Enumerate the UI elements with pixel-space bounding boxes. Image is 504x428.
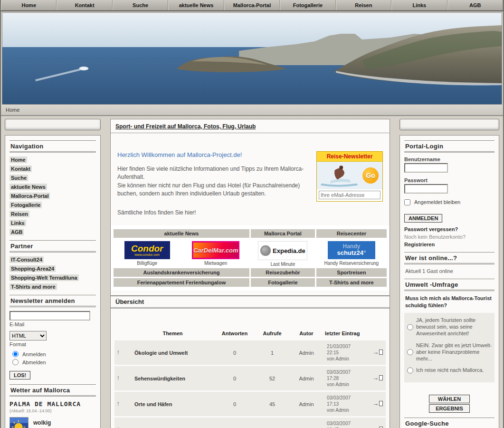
weather-city: PALMA DE MALLORCA [10, 400, 96, 408]
main-panel: Sport- und Freizeit auf Mallorca, Fotos,… [110, 119, 390, 428]
grid-header-reisecenter[interactable]: Reisecenter [316, 229, 387, 238]
topnav-item-agb[interactable]: AGB [447, 0, 503, 10]
poll-options: JA, jedem Touristen sollte bewusst sein,… [404, 313, 494, 382]
who-is-online-title: Wer ist online...? [404, 252, 494, 264]
forum-replies: 0 [213, 418, 257, 428]
forum-topic-link[interactable]: Sehenswürdigkeiten [133, 366, 213, 390]
poll-vote-button[interactable]: WÄHLEN [429, 395, 470, 403]
username-field[interactable] [404, 163, 448, 173]
sidebar-item-aktuelle-news[interactable]: aktuelle News [10, 184, 47, 190]
topic-folder-cell [122, 418, 133, 428]
newsletter-subscribe-label: Anmelden [22, 351, 46, 357]
cardelmar-logo-cell[interactable]: CarDelMar.com Mietwagen [182, 239, 250, 267]
newsletter-unsubscribe-radio[interactable] [12, 359, 19, 365]
goto-last-post-icon[interactable]: → [372, 349, 383, 357]
forum-topic-link[interactable]: Ökologie und Umwelt [133, 340, 213, 365]
topnav-item-links[interactable]: Links [391, 0, 447, 10]
page-root: Home Kontakt Suche aktuelle News Mallorc… [1, 0, 503, 428]
topnav-item-reisen[interactable]: Reisen [336, 0, 391, 10]
handyschutz-logo-cell[interactable]: Handy schutz24° Handy Reiseversicherung [316, 239, 387, 267]
navigation-links: Home Kontakt Suche aktuelle News Mallorc… [10, 156, 96, 235]
poll-option-ja-radio[interactable] [407, 317, 413, 337]
forum-replies: 0 [213, 366, 257, 390]
reise-newsletter-promo: Reise-Newsletter Go [316, 151, 383, 202]
grid-link-auslandskrankenversicherung[interactable]: Auslandskrankenversicherung [114, 268, 249, 277]
right-sidebar: Portal-Login Benutzername Passwort Angem… [399, 119, 499, 428]
sidebar-item-kontakt[interactable]: Kontakt [10, 165, 32, 172]
sidebar-item-reisen[interactable]: Reisen [10, 211, 29, 217]
grid-link-fotogallerie[interactable]: Fotogallerie [251, 278, 315, 287]
topnav-item-home[interactable]: Home [1, 0, 57, 10]
sidebar-item-suche[interactable]: Suche [10, 175, 28, 181]
expedia-logo-cell[interactable]: Expedia.de Last Minute [251, 239, 315, 267]
breadcrumb-home[interactable]: Home [6, 107, 19, 113]
weather-condition: wolkig [33, 419, 69, 426]
forgot-password-link[interactable]: Passwort vergessen? [404, 226, 494, 232]
remember-me-label: Angemeldet bleiben [414, 199, 460, 205]
newsletter-email-label: E-Mail [10, 321, 96, 327]
forum-last-entry: 21/03/2007 22:15 von Admin → [325, 340, 386, 365]
forum-topic-link[interactable]: Kultur/Sport und Freizeit [133, 418, 213, 428]
grid-header-mallorca-portal[interactable]: Mallorca Portal [251, 229, 315, 238]
grid-header-aktuelle-news[interactable]: aktuelle News [114, 229, 249, 238]
sidebar-item-mallorca-portal[interactable]: Mallorca-Portal [10, 193, 50, 199]
forum-header-letzter-eintrag: letzter Eintrag [325, 331, 386, 339]
sidebar-item-agb[interactable]: AGB [10, 229, 24, 235]
poll-option-nein-label: NEIN. Zwar gibt es jetzt Umwelt- aber ke… [416, 342, 492, 362]
register-link[interactable]: Registrieren [404, 242, 494, 247]
topnav-item-kontakt[interactable]: Kontakt [57, 0, 112, 10]
newsletter-subscribe-radio[interactable] [12, 351, 19, 357]
breadcrumb: Home [1, 105, 503, 116]
sidebar-item-home[interactable]: Home [10, 156, 27, 163]
cardelmar-logo: CarDelMar.com [192, 241, 239, 259]
poll-option-keine-reise-label: Ich reise nicht nach Mallorca. [416, 367, 484, 373]
topnav-item-fotogallerie[interactable]: Fotogallerie [280, 0, 335, 10]
password-field[interactable] [404, 184, 448, 194]
three-column-layout: Navigation Home Kontakt Suche aktuelle N… [1, 116, 503, 428]
topnav-item-suche[interactable]: Suche [113, 0, 168, 10]
newsletter-format-select[interactable]: HTML [10, 331, 47, 340]
newsletter-email-input[interactable] [10, 311, 90, 321]
partner-link-shopping-area24[interactable]: Shopping-Area24 [10, 265, 56, 272]
condor-logo: Condor www.condor.com [124, 241, 170, 259]
poll-option-keine-reise-radio[interactable] [407, 367, 413, 373]
login-section-title: Portal-Login [404, 140, 494, 153]
partner-link-it-consult24[interactable]: IT-Consult24 [10, 256, 44, 263]
grid-link-reisezubehoer[interactable]: Reisezubehör [251, 268, 315, 277]
newsletter-submit-button[interactable]: LOS! [10, 371, 30, 379]
header-panorama-image [2, 12, 502, 105]
partner-link-terradiluna[interactable]: Shopping-Welt Terradiluna [10, 274, 79, 281]
intro-line-2: Sie können hier nicht nur den Flug und d… [117, 182, 300, 197]
poll-option-nein-radio[interactable] [407, 342, 413, 362]
sidebar-item-fotogallerie[interactable]: Fotogallerie [10, 202, 42, 208]
promo-title: Reise-Newsletter [317, 152, 382, 162]
partner-section-title: Partner [10, 240, 96, 253]
newsletter-form: E-Mail HTML Format Anmelden Abmelden LOS… [10, 311, 96, 379]
goto-last-post-icon[interactable]: → [372, 400, 383, 408]
goto-last-post-icon[interactable]: → [372, 374, 383, 382]
top-navigation: Home Kontakt Suche aktuelle News Mallorc… [1, 0, 503, 11]
topic-folder-cell [122, 366, 133, 390]
condor-logo-cell[interactable]: Condor www.condor.com Billigflüge [114, 239, 181, 267]
partner-link-tshirts[interactable]: T-Shirts and more [10, 283, 57, 290]
topic-folder-cell [122, 340, 133, 365]
forum-overview: Themen Antworten Aufrufe Autor letzter E… [111, 309, 390, 428]
remember-me-checkbox[interactable] [404, 199, 410, 205]
sidebar-item-links[interactable]: Links [10, 220, 26, 226]
weather-updated: (Aktuell: 15.04.-14:00) [10, 409, 96, 413]
login-button[interactable]: ANMELDEN [404, 214, 442, 223]
poll-results-button[interactable]: ERGEBNIS [429, 404, 470, 413]
topnav-item-aktuelle-news[interactable]: aktuelle News [168, 0, 224, 10]
forum-author: Admin [288, 340, 325, 365]
promo-email-input[interactable] [319, 191, 380, 199]
handyschutz-logo: Handy schutz24° [328, 241, 375, 259]
partner-grid: aktuelle News Mallorca Portal Reisecente… [111, 225, 390, 291]
promo-surfer-image: Go [317, 162, 382, 189]
grid-link-ferienappartement[interactable]: Ferienappartement Ferienbungalow [114, 278, 249, 287]
goto-last-post-icon[interactable]: → [372, 426, 383, 428]
promo-go-button[interactable]: Go [362, 167, 379, 184]
forum-topic-link[interactable]: Orte und Häfen [133, 392, 213, 416]
grid-link-sportreisen[interactable]: Sportreisen [316, 268, 387, 277]
topnav-item-mallorca-portal[interactable]: Mallorca-Portal [224, 0, 280, 10]
grid-link-tshirts[interactable]: T-Shirts and more [316, 278, 387, 287]
